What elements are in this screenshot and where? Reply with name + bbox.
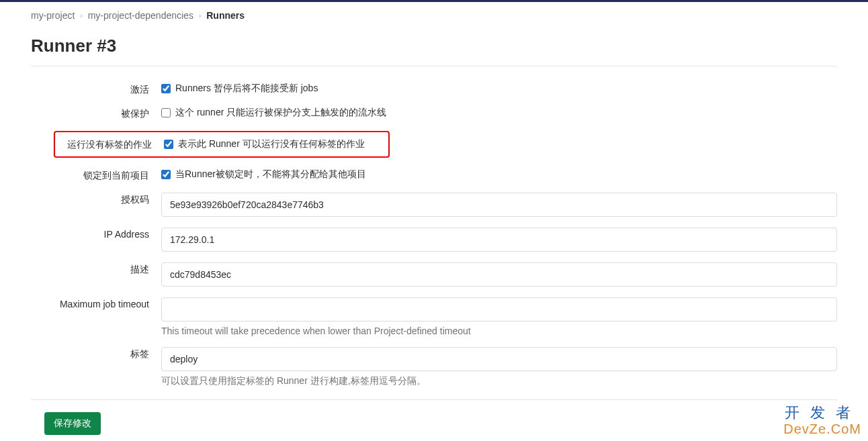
breadcrumb-current: Runners — [206, 10, 245, 21]
label-ip: IP Address — [31, 228, 161, 240]
desc-protected: 这个 runner 只能运行被保护分支上触发的的流水线 — [175, 107, 386, 119]
divider — [31, 399, 837, 400]
help-timeout: This timeout will take precedence when l… — [161, 326, 837, 336]
input-description[interactable] — [161, 262, 837, 287]
row-run-untagged-highlight: 运行没有标签的作业 表示此 Runner 可以运行没有任何标签的作业 — [54, 131, 390, 158]
help-tags: 可以设置只使用指定标签的 Runner 进行构建,标签用逗号分隔。 — [161, 375, 837, 387]
checkbox-active[interactable] — [161, 84, 171, 93]
input-ip[interactable] — [161, 228, 837, 252]
checkbox-locked-wrap[interactable]: 当Runner被锁定时，不能将其分配给其他项目 — [161, 168, 837, 181]
input-token[interactable] — [161, 193, 837, 217]
checkbox-active-wrap[interactable]: Runners 暂停后将不能接受新 jobs — [161, 83, 837, 95]
checkbox-locked[interactable] — [161, 170, 171, 179]
divider — [31, 66, 837, 66]
label-active: 激活 — [31, 83, 161, 96]
page-title: Runner #3 — [31, 36, 837, 56]
checkbox-run-untagged[interactable] — [164, 140, 173, 149]
input-tags[interactable] — [161, 347, 837, 371]
checkbox-protected-wrap[interactable]: 这个 runner 只能运行被保护分支上触发的的流水线 — [161, 107, 837, 119]
row-token: 授权码 — [31, 193, 837, 217]
save-button[interactable]: 保存修改 — [44, 412, 101, 435]
chevron-right-icon: › — [80, 12, 82, 19]
label-tags: 标签 — [31, 347, 161, 360]
checkbox-protected[interactable] — [161, 108, 171, 117]
row-timeout: Maximum job timeout This timeout will ta… — [31, 297, 837, 336]
row-description: 描述 — [31, 262, 837, 287]
row-active: 激活 Runners 暂停后将不能接受新 jobs — [31, 83, 837, 96]
label-description: 描述 — [31, 262, 161, 276]
desc-locked: 当Runner被锁定时，不能将其分配给其他项目 — [175, 168, 366, 181]
input-timeout[interactable] — [161, 297, 837, 322]
row-tags: 标签 可以设置只使用指定标签的 Runner 进行构建,标签用逗号分隔。 — [31, 347, 837, 387]
checkbox-run-untagged-wrap[interactable]: 表示此 Runner 可以运行没有任何标签的作业 — [164, 138, 387, 150]
breadcrumb: my-project › my-project-dependencies › R… — [31, 10, 837, 21]
label-timeout: Maximum job timeout — [31, 297, 161, 309]
desc-run-untagged: 表示此 Runner 可以运行没有任何标签的作业 — [178, 138, 365, 150]
label-locked: 锁定到当前项目 — [31, 168, 161, 182]
label-run-untagged: 运行没有标签的作业 — [56, 138, 164, 151]
label-token: 授权码 — [31, 193, 161, 206]
row-protected: 被保护 这个 runner 只能运行被保护分支上触发的的流水线 — [31, 107, 837, 120]
label-protected: 被保护 — [31, 107, 161, 120]
breadcrumb-dependencies[interactable]: my-project-dependencies — [88, 10, 193, 21]
desc-active: Runners 暂停后将不能接受新 jobs — [175, 83, 318, 95]
breadcrumb-project[interactable]: my-project — [31, 10, 75, 21]
chevron-right-icon: › — [199, 12, 201, 19]
row-locked: 锁定到当前项目 当Runner被锁定时，不能将其分配给其他项目 — [31, 168, 837, 182]
row-ip: IP Address — [31, 228, 837, 252]
